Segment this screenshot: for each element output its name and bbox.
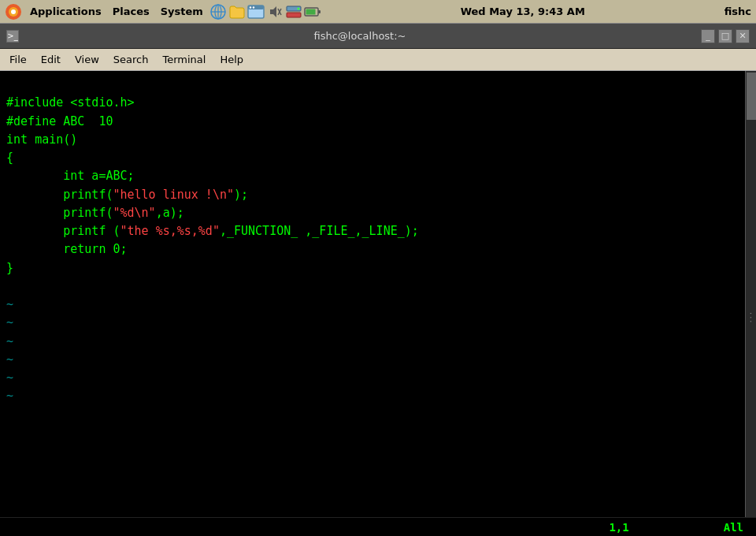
file-menu[interactable]: File [3, 51, 33, 68]
folder-icon[interactable] [228, 3, 246, 20]
scrollbar[interactable]: ··· [745, 71, 756, 517]
battery-icon[interactable] [304, 3, 321, 20]
minimize-button[interactable]: _ [701, 29, 715, 43]
system-menu[interactable]: System [156, 4, 208, 19]
globe-icon[interactable] [209, 3, 227, 20]
system-datetime: Wed May 13, 9:43 AM [461, 6, 585, 17]
window-title: fishc@localhost:~ [19, 30, 701, 42]
os-logo-icon [5, 3, 22, 20]
svg-rect-19 [318, 10, 321, 13]
search-menu[interactable]: Search [107, 51, 155, 68]
volume-icon[interactable] [266, 3, 284, 20]
svg-point-16 [297, 7, 299, 9]
code-editor[interactable]: #include <stdio.h> #define ABC 10 int ma… [0, 74, 745, 408]
help-menu[interactable]: Help [213, 51, 250, 68]
svg-rect-15 [287, 13, 301, 17]
system-bar-left: Applications Places System [5, 3, 321, 20]
scrollbar-thumb[interactable] [747, 73, 756, 120]
svg-marker-11 [270, 6, 276, 17]
editor-container: #include <stdio.h> #define ABC 10 int ma… [0, 71, 756, 517]
menu-bar: File Edit View Search Terminal Help [0, 49, 756, 71]
edit-menu[interactable]: Edit [35, 51, 67, 68]
close-button[interactable]: ✕ [736, 29, 750, 43]
title-bar-left: >_ [6, 30, 19, 43]
view-mode: All [724, 521, 743, 534]
cursor-position: 1,1 [609, 521, 628, 534]
terminal-menu[interactable]: Terminal [156, 51, 212, 68]
svg-point-10 [253, 6, 254, 8]
svg-rect-18 [306, 9, 315, 14]
svg-point-2 [11, 9, 16, 14]
title-bar-controls: _ □ ✕ [701, 29, 750, 43]
system-bar: Applications Places System Wed May 13, 9… [0, 0, 756, 24]
terminal-icon: >_ [6, 30, 19, 43]
terminal-window: >_ fishc@localhost:~ _ □ ✕ File Edit Vie… [0, 24, 756, 536]
browser-icon[interactable] [247, 3, 265, 20]
editor-content[interactable]: #include <stdio.h> #define ABC 10 int ma… [0, 71, 745, 517]
view-menu[interactable]: View [69, 51, 106, 68]
applications-menu[interactable]: Applications [25, 4, 106, 19]
svg-point-9 [250, 6, 251, 8]
scrollbar-track: ··· [747, 120, 755, 517]
places-menu[interactable]: Places [108, 4, 154, 19]
status-bar: 1,1 All [0, 517, 756, 536]
maximize-button[interactable]: □ [718, 29, 732, 43]
title-bar: >_ fishc@localhost:~ _ □ ✕ [0, 24, 756, 49]
system-username: fishc [724, 6, 751, 17]
network-icon[interactable] [285, 3, 302, 20]
